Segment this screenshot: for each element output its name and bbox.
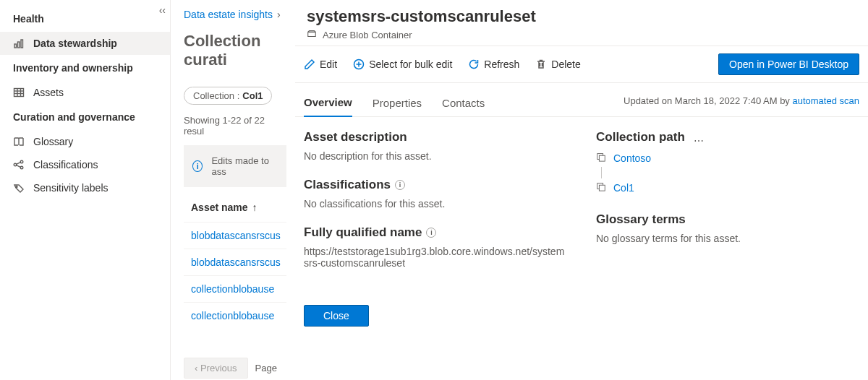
svg-rect-1 (18, 42, 20, 48)
collection-icon (596, 152, 606, 164)
tabs: Overview Properties Contacts Updated on … (295, 83, 868, 117)
section-fqn: Fully qualified name i (304, 225, 567, 240)
collection-path-link[interactable]: Col1 (613, 182, 634, 194)
fqn-text: https://teststorage1sub1rg3.blob.core.wi… (304, 246, 567, 269)
sidebar-item-glossary[interactable]: Glossary (0, 130, 170, 153)
sidebar-item-label: Assets (33, 87, 64, 98)
main-content: Data estate insights › Collection curati… (171, 0, 286, 380)
trash-icon (535, 59, 547, 70)
svg-rect-0 (14, 44, 17, 48)
asset-row[interactable]: collectionblobause (184, 275, 286, 302)
sidebar: ‹‹ Health Data stewardship Inventory and… (0, 0, 171, 380)
page-title: Collection curati (184, 23, 286, 87)
chip-label: Collection : (193, 90, 239, 101)
chip-value: Col1 (242, 90, 263, 101)
page-indicator: Page (255, 363, 277, 373)
info-hint-icon[interactable]: i (395, 180, 405, 190)
column-header-asset-name[interactable]: Asset name ↑ (184, 187, 286, 222)
asset-title: systemsrs-customscanruleset (307, 7, 856, 26)
asset-row[interactable]: blobdatascansrscus (184, 222, 286, 249)
sidebar-item-assets[interactable]: Assets (0, 81, 170, 104)
info-icon: i (192, 160, 203, 172)
plus-circle-icon (353, 59, 365, 70)
banner-text: Edits made to ass (211, 155, 278, 177)
asset-subtype: Azure Blob Container (323, 30, 412, 40)
breadcrumb-link[interactable]: Data estate insights (184, 9, 273, 20)
classifications-text: No classifications for this asset. (304, 198, 567, 210)
sidebar-item-sensitivity-labels[interactable]: Sensitivity labels (0, 176, 170, 199)
edit-button[interactable]: Edit (304, 59, 337, 70)
sidebar-group-health: Health (0, 6, 170, 32)
delete-button[interactable]: Delete (535, 59, 580, 70)
pencil-icon (304, 59, 315, 70)
path-connector (601, 167, 602, 178)
refresh-button[interactable]: Refresh (468, 59, 519, 70)
sidebar-item-classifications[interactable]: Classifications (0, 153, 170, 176)
refresh-icon (468, 59, 480, 70)
sort-asc-icon: ↑ (252, 202, 258, 213)
svg-point-9 (20, 160, 23, 163)
sidebar-item-label: Glossary (33, 136, 73, 147)
sidebar-collapse-icon[interactable]: ‹‹ (159, 4, 166, 16)
sidebar-item-label: Sensitivity labels (33, 182, 109, 194)
collection-icon (596, 181, 606, 194)
grid-icon (13, 87, 25, 98)
svg-rect-20 (599, 185, 605, 191)
svg-rect-3 (14, 89, 24, 97)
info-banner: i Edits made to ass (184, 145, 286, 187)
chevron-right-icon: › (277, 9, 281, 20)
glossary-text: No glossary terms for this asset. (596, 233, 859, 244)
svg-line-11 (17, 163, 21, 165)
toolbar: Edit Select for bulk edit Refresh Delete… (295, 46, 868, 83)
open-powerbi-button[interactable]: Open in Power BI Desktop (718, 53, 859, 75)
barchart-icon (13, 38, 25, 49)
section-asset-description: Asset description (304, 130, 567, 144)
svg-point-13 (16, 186, 17, 188)
book-icon (13, 136, 25, 147)
more-icon[interactable]: ⋯ (685, 135, 705, 147)
column-header-label: Asset name (191, 202, 248, 213)
sidebar-group-inventory: Inventory and ownership (0, 55, 170, 81)
filter-chip-collection[interactable]: Collection : Col1 (184, 87, 272, 105)
tab-properties[interactable]: Properties (373, 91, 422, 116)
asset-row[interactable]: collectionblobause (184, 302, 286, 329)
tab-overview[interactable]: Overview (304, 90, 352, 117)
container-icon (307, 29, 317, 41)
section-classifications: Classifications i (304, 178, 567, 192)
sidebar-item-data-stewardship[interactable]: Data stewardship (0, 32, 170, 55)
updated-text: Updated on March 18, 2022 7:40 AM by aut… (624, 95, 859, 112)
tag-icon (13, 182, 25, 194)
svg-rect-2 (21, 40, 23, 48)
asset-detail-panel: systemsrs-customscanruleset Azure Blob C… (295, 0, 868, 380)
section-glossary: Glossary terms (596, 212, 859, 227)
svg-point-10 (20, 166, 23, 169)
previous-button[interactable]: ‹ Previous (184, 358, 248, 379)
svg-line-12 (17, 165, 21, 168)
asset-row[interactable]: blobdatascansrscus (184, 249, 286, 275)
updated-actor-link[interactable]: automated scan (792, 95, 859, 106)
sidebar-item-label: Data stewardship (33, 38, 117, 49)
svg-rect-18 (599, 155, 605, 161)
section-collection-path: Collection path (596, 130, 685, 144)
select-bulk-button[interactable]: Select for bulk edit (353, 59, 452, 70)
sidebar-group-curation: Curation and governance (0, 104, 170, 130)
results-count: Showing 1-22 of 22 resul (184, 105, 286, 145)
info-hint-icon[interactable]: i (426, 228, 436, 238)
sidebar-item-label: Classifications (33, 159, 98, 170)
network-icon (13, 159, 25, 170)
close-button[interactable]: Close (304, 305, 369, 327)
asset-description-text: No description for this asset. (304, 150, 567, 162)
collection-path: Contoso Col1 (596, 152, 859, 194)
collection-path-link[interactable]: Contoso (613, 152, 651, 164)
breadcrumb[interactable]: Data estate insights › (184, 6, 286, 23)
tab-contacts[interactable]: Contacts (442, 91, 485, 116)
